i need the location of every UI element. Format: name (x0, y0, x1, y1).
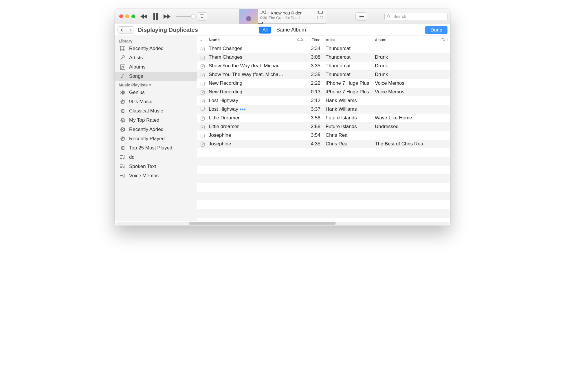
remaining-time: -7:23 (315, 16, 323, 20)
zoom-window-button[interactable] (131, 14, 135, 18)
song-artist: Hank Williams (323, 105, 373, 114)
sidebar-library-recently-added[interactable]: Recently Added (115, 44, 197, 53)
col-artist[interactable]: Artist (323, 36, 373, 44)
song-name: Lost Highway (209, 98, 238, 103)
song-name: Them Changes (209, 54, 242, 60)
repeat-icon[interactable] (318, 10, 323, 15)
svg-point-20 (121, 77, 122, 78)
song-album: Voice Memos (373, 79, 439, 88)
next-track-icon[interactable] (164, 14, 171, 19)
sidebar-playlist-classical-music[interactable]: Classical Music (115, 106, 197, 116)
table-row[interactable]: ✓Little dreamer2:58Future IslandsUndress… (197, 122, 450, 131)
search-input[interactable] (384, 13, 447, 20)
song-time: 0:13 (304, 88, 323, 96)
sidebar-playlist-genius[interactable]: Genius (115, 88, 197, 97)
col-check[interactable]: ✓ (197, 36, 206, 44)
table-row[interactable]: ✓Them Changes3:34Thundercat (197, 44, 450, 53)
pause-icon[interactable] (153, 13, 158, 20)
sidebar-playlist-my-top-rated[interactable]: My Top Rated (115, 116, 197, 125)
sidebar-library-songs[interactable]: Songs (115, 72, 197, 81)
shuffle-icon[interactable] (260, 10, 266, 15)
now-playing-scrubber[interactable]: I Know You Rider 0:30 The Grateful Dead … (239, 9, 326, 24)
song-album (373, 44, 439, 53)
svg-line-75 (121, 128, 122, 129)
now-playing-title: I Know You Rider (268, 10, 315, 15)
song-checkbox[interactable]: ✓ (201, 99, 205, 103)
previous-track-icon[interactable] (140, 14, 148, 19)
song-checkbox[interactable]: ✓ (201, 90, 205, 95)
song-name: Little Dreamer (209, 115, 240, 121)
svg-line-84 (124, 140, 124, 141)
sidebar-item-label: Songs (129, 73, 143, 79)
svg-line-104 (122, 146, 122, 147)
playback-progress[interactable] (258, 23, 326, 24)
sidebar-item-label: Recently Added (129, 46, 164, 51)
song-checkbox[interactable]: ✓ (201, 56, 205, 60)
song-time: 3:34 (304, 44, 323, 53)
song-checkbox[interactable]: ✓ (201, 73, 205, 77)
table-row[interactable]: ✓Josephine3:54Chris Rea (197, 131, 450, 140)
svg-point-80 (122, 129, 123, 130)
horizontal-scrollbar[interactable] (115, 221, 450, 225)
chevron-down-icon[interactable] (149, 83, 151, 87)
svg-line-79 (124, 128, 125, 129)
song-checkbox[interactable]: ✓ (201, 64, 205, 69)
airplay-button[interactable] (197, 12, 207, 21)
sidebar-playlist-spoken-text[interactable]: Spoken Text (115, 162, 197, 171)
song-time: 3:12 (304, 96, 323, 105)
col-name[interactable]: Name (206, 36, 287, 44)
table-row[interactable]: ✓New Recording2:22iPhone 7 Huge PlusVoic… (197, 79, 450, 88)
sidebar-playlist-top-25-most-played[interactable]: Top 25 Most Played (115, 143, 197, 153)
back-button[interactable] (118, 27, 126, 33)
forward-button[interactable] (126, 27, 134, 33)
table-row[interactable]: ✓Little Dreamer3:58Future IslandsWave Li… (197, 114, 450, 122)
svg-line-98 (124, 149, 124, 150)
svg-point-52 (122, 110, 123, 112)
sidebar-library-albums[interactable]: Albums (115, 62, 197, 72)
table-row[interactable]: ✓Show You The Way (feat. Michae…3:35Thun… (197, 70, 450, 79)
table-row[interactable]: ✓Josephine4:35Chris ReaThe Best of Chris… (197, 140, 450, 148)
sidebar-playlist-recently-played[interactable]: Recently Played (115, 134, 197, 143)
sidebar-playlist-recently-added[interactable]: Recently Added (115, 125, 197, 134)
sidebar-playlist-dd[interactable]: dd (115, 153, 197, 162)
more-icon[interactable]: ••• (240, 106, 246, 112)
sidebar-playlist-voice-memos[interactable]: Voice Memos (115, 171, 197, 180)
song-name: Josephine (209, 141, 231, 147)
svg-line-107 (124, 147, 125, 147)
svg-line-58 (122, 121, 122, 122)
table-row[interactable]: ✓Show You the Way (feat. Michael…3:35Thu… (197, 62, 450, 70)
volume-slider[interactable] (176, 16, 194, 17)
minimize-window-button[interactable] (125, 14, 129, 18)
song-checkbox[interactable]: ✓ (201, 134, 205, 138)
sidebar-heading-library: Library (115, 37, 197, 44)
svg-line-103 (121, 147, 122, 147)
window-controls (119, 14, 135, 18)
song-checkbox[interactable]: ✓ (201, 143, 205, 147)
sidebar-library-artists[interactable]: Artists (115, 53, 197, 62)
song-artist: Thundercat (323, 70, 373, 79)
close-window-button[interactable] (119, 14, 123, 18)
sidebar-playlist-90-s-music[interactable]: 90's Music (115, 97, 197, 106)
col-date[interactable]: Dat (439, 36, 450, 44)
song-checkbox[interactable]: ✓ (201, 117, 205, 121)
song-checkbox[interactable]: ✓ (201, 125, 205, 129)
filter-all[interactable]: All (259, 27, 271, 34)
col-album[interactable]: Album (373, 36, 439, 44)
up-next-button[interactable] (355, 12, 367, 21)
col-sort-indicator[interactable]: ⌄ (287, 36, 295, 44)
table-row[interactable]: Lost Highway•••3:37Hank Williams (197, 105, 450, 114)
table-row[interactable]: ✓New Recording0:13iPhone 7 Huge PlusVoic… (197, 88, 450, 96)
svg-rect-1 (156, 13, 158, 20)
col-time[interactable]: Time (304, 36, 323, 44)
table-row[interactable]: ✓Them Changes3:08ThundercatDrunk (197, 53, 450, 62)
table-row[interactable]: ✓Lost Highway3:12Hank Williams (197, 96, 450, 105)
song-checkbox[interactable]: ✓ (201, 82, 205, 86)
svg-line-33 (121, 101, 122, 101)
done-button[interactable]: Done (425, 26, 447, 34)
filter-same-album[interactable]: Same Album (276, 27, 306, 33)
song-checkbox[interactable]: ✓ (201, 47, 205, 51)
col-cloud[interactable] (295, 36, 304, 44)
song-time: 2:58 (304, 122, 323, 131)
song-checkbox[interactable] (201, 107, 205, 111)
song-album: Undressed (373, 122, 439, 131)
